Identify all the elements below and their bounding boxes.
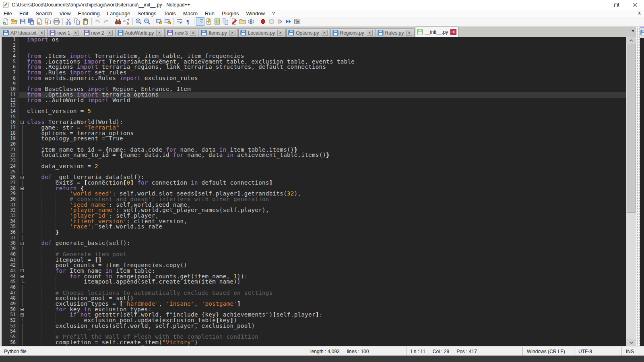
- code-area[interactable]: 1import os234from .Items import Terraria…: [2, 37, 626, 346]
- fold-margin[interactable]: [19, 307, 26, 313]
- menu-settings[interactable]: Settings: [134, 10, 160, 17]
- macro-save-icon[interactable]: [293, 17, 301, 26]
- close-all-icon[interactable]: [44, 17, 52, 26]
- indent-guide-icon[interactable]: [196, 17, 204, 26]
- fold-collapse-icon[interactable]: [21, 242, 24, 245]
- menu-?[interactable]: ?: [268, 10, 279, 17]
- close-icon[interactable]: [35, 17, 44, 26]
- macro-play-icon[interactable]: [276, 17, 284, 26]
- fold-collapse-icon[interactable]: [21, 269, 24, 272]
- close-button[interactable]: [625, 0, 644, 10]
- tab-autoworld-py[interactable]: AutoWorld.py×: [116, 28, 165, 37]
- fold-collapse-icon[interactable]: [21, 176, 24, 179]
- sync-vertical-icon[interactable]: [155, 17, 163, 26]
- code-line[interactable]: 8from worlds.generic.Rules import exclus…: [2, 76, 626, 81]
- tab-close-icon[interactable]: ×: [450, 29, 456, 35]
- print-icon[interactable]: [52, 17, 61, 26]
- tab-rules-py[interactable]: Rules.py×: [376, 28, 415, 37]
- code-line[interactable]: 19 topology_present = True: [2, 136, 626, 142]
- fold-collapse-icon[interactable]: [21, 121, 24, 124]
- menu-plugins[interactable]: Plugins: [218, 10, 243, 17]
- show-all-chars-icon[interactable]: ¶: [184, 17, 192, 26]
- save-all-icon[interactable]: [27, 17, 35, 26]
- code-line[interactable]: 13: [2, 103, 626, 109]
- dock-splitter-grip[interactable]: [636, 27, 640, 356]
- macro-record-icon[interactable]: [259, 17, 267, 26]
- sync-horizontal-icon[interactable]: [163, 17, 172, 26]
- code-line[interactable]: 45 itempool.append(self.create_item(item…: [2, 279, 626, 285]
- code-line[interactable]: 1import os: [2, 37, 626, 43]
- second-view-tab[interactable]: [640, 27, 644, 38]
- save-icon[interactable]: [19, 17, 27, 26]
- menu-edit[interactable]: Edit: [16, 10, 32, 17]
- restore-button[interactable]: [607, 0, 625, 10]
- tab-close-icon[interactable]: ×: [190, 30, 196, 36]
- tab-close-icon[interactable]: ×: [322, 30, 328, 36]
- tab-close-icon[interactable]: ×: [73, 30, 79, 36]
- scroll-down-arrow[interactable]: [626, 339, 636, 346]
- tab-ap-ideas-txt[interactable]: AP Ideas.txt×: [1, 28, 47, 37]
- code-line[interactable]: 53 exclusion_rules(self.world, self.play…: [2, 323, 626, 329]
- macro-run-multi-icon[interactable]: [284, 17, 293, 26]
- find-icon[interactable]: [114, 17, 122, 26]
- code-line[interactable]: 22 location_name_to_id = {name: data.id …: [2, 152, 626, 158]
- code-line[interactable]: 36 }: [2, 230, 626, 235]
- folder-workspace-icon[interactable]: [230, 17, 238, 26]
- fold-margin[interactable]: [19, 241, 26, 246]
- tab-close-icon[interactable]: ×: [39, 30, 45, 36]
- minimize-button[interactable]: [588, 0, 607, 10]
- fold-margin[interactable]: [19, 274, 26, 280]
- menu-file[interactable]: File: [0, 10, 16, 17]
- tab-regions-py[interactable]: Regions.py×: [330, 28, 375, 37]
- menu-search[interactable]: Search: [32, 10, 56, 17]
- menu-language[interactable]: Language: [103, 10, 134, 17]
- scroll-up-arrow[interactable]: [626, 37, 636, 44]
- status-insert-mode[interactable]: INS: [621, 347, 644, 356]
- doc-list-icon[interactable]: [221, 17, 230, 26]
- tab-__init__-py[interactable]: __init__.py×: [415, 27, 459, 37]
- menu-encoding[interactable]: Encoding: [74, 10, 103, 17]
- tab-options-py[interactable]: Options.py×: [286, 28, 330, 37]
- fold-collapse-icon[interactable]: [21, 275, 24, 278]
- fold-collapse-icon[interactable]: [21, 187, 24, 190]
- fold-collapse-icon[interactable]: [21, 308, 24, 311]
- menu-tools[interactable]: Tools: [160, 10, 180, 17]
- menu-view[interactable]: View: [56, 10, 74, 17]
- code-line[interactable]: 27 exits = [connection[0] for connection…: [2, 180, 626, 186]
- fold-margin[interactable]: [19, 119, 26, 125]
- word-wrap-icon[interactable]: [175, 17, 184, 26]
- code-line[interactable]: 35 'race': self.world.is_race: [2, 224, 626, 230]
- tab-new-2[interactable]: new 2×: [82, 28, 115, 37]
- code-line[interactable]: 14client_version = 5: [2, 109, 626, 114]
- menu-close-icon[interactable]: x: [638, 10, 641, 16]
- copy-icon[interactable]: [73, 17, 81, 26]
- doc-map-icon[interactable]: [213, 17, 221, 26]
- new-file-icon[interactable]: [2, 17, 10, 26]
- paste-icon[interactable]: [81, 17, 90, 26]
- replace-icon[interactable]: ab: [122, 17, 131, 26]
- tab-close-icon[interactable]: ×: [229, 30, 235, 36]
- monitor-folder-icon[interactable]: [238, 17, 247, 26]
- fold-margin[interactable]: [19, 175, 26, 180]
- code-line[interactable]: 24 data_version = 2: [2, 164, 626, 169]
- tab-close-icon[interactable]: ×: [406, 30, 412, 36]
- zoom-in-icon[interactable]: [134, 17, 143, 26]
- tab-locations-py[interactable]: Locations.py×: [238, 28, 286, 37]
- redo-icon[interactable]: [102, 17, 110, 26]
- code-line[interactable]: 38 def generate_basic(self):: [2, 241, 626, 246]
- code-line[interactable]: 56 completion = self.create_item("Victor…: [2, 340, 626, 346]
- menu-macro[interactable]: Macro: [180, 10, 201, 17]
- open-file-icon[interactable]: [10, 17, 19, 26]
- tab-close-icon[interactable]: ×: [156, 30, 162, 36]
- vertical-scrollbar[interactable]: [626, 37, 636, 346]
- editor[interactable]: 1import os234from .Items import Terraria…: [0, 37, 636, 346]
- cut-icon[interactable]: [64, 17, 73, 26]
- tab-new-1[interactable]: new 1×: [47, 28, 81, 37]
- tab-close-icon[interactable]: ×: [367, 30, 373, 36]
- scrollbar-thumb[interactable]: [627, 44, 636, 213]
- tab-scroll-left-icon[interactable]: ◄: [631, 29, 634, 33]
- tab-new-3[interactable]: new 3×: [165, 28, 198, 37]
- fold-margin[interactable]: [19, 186, 26, 191]
- zoom-out-icon[interactable]: [143, 17, 151, 26]
- menu-window[interactable]: Window: [243, 10, 268, 17]
